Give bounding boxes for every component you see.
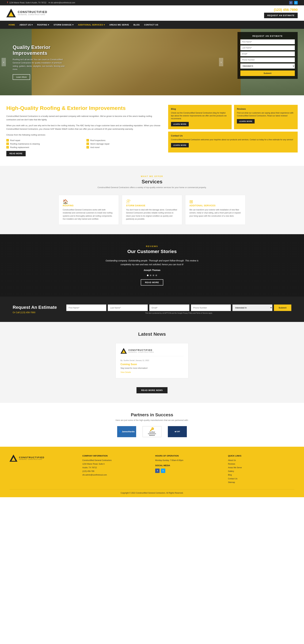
partner-gaf: ◆ GAF bbox=[168, 426, 187, 437]
blog-learn-more-btn[interactable]: LEARN MORE bbox=[171, 122, 189, 126]
partners-title: Partners in Success bbox=[6, 412, 298, 418]
footer-brand-sub: GENERAL CONSTRUCTORS bbox=[19, 459, 44, 460]
footer-company-heading: COMPANY INFORMATION bbox=[82, 454, 149, 457]
estimate-phone-input[interactable] bbox=[191, 304, 231, 311]
footer-twitter-icon[interactable]: t bbox=[161, 468, 165, 473]
footer-link-areas[interactable]: Areas We Serve bbox=[228, 466, 294, 469]
certified-label: 🔑 CertifiedContractorsNetwork bbox=[148, 427, 156, 436]
roofing-service-icon: 🏠 bbox=[63, 199, 115, 204]
site-footer: CONSTRUCTIFIED GENERAL CONSTRUCTORS COMP… bbox=[0, 447, 304, 497]
header-request-btn[interactable]: REQUEST AN ESTIMATE bbox=[264, 13, 298, 18]
roofing-service-desc: Constructified General Contractors works… bbox=[63, 208, 115, 220]
estimate-submit-btn[interactable]: Submit bbox=[274, 304, 291, 311]
hero-description: Roofing isn't all we do! You can count o… bbox=[13, 58, 66, 71]
email-icon: ✉ bbox=[48, 2, 50, 4]
twitter-icon[interactable]: t bbox=[294, 1, 298, 4]
nav-additional[interactable]: ADDITIONAL SERVICES ▾ bbox=[76, 21, 107, 29]
estimate-section-left: Request An Estimate Or Call (123) 456-78… bbox=[13, 305, 57, 314]
reviews-title: Our Customer Stories bbox=[6, 249, 298, 254]
facebook-icon[interactable]: f bbox=[289, 1, 292, 4]
footer-links-heading: QUICK LINKS bbox=[228, 454, 294, 457]
estimate-section-form: Interested In Submit This site is protec… bbox=[66, 304, 291, 314]
nav-about[interactable]: ABOUT US ▾ bbox=[17, 21, 35, 29]
hero-section: ‹ Quality Exterior Improvements Roofing … bbox=[0, 29, 304, 95]
nav-storm[interactable]: STORM DAMAGE ▾ bbox=[51, 21, 76, 29]
footer-company-phone: (123) 456-789 bbox=[82, 470, 149, 473]
review-dot-2[interactable] bbox=[150, 274, 151, 276]
blog-card-desc: Check out the Constructified General Con… bbox=[171, 112, 229, 120]
footer-link-sitemap[interactable]: Sitemap bbox=[228, 481, 294, 484]
additional-service-desc: We can transform your exterior with inst… bbox=[189, 208, 241, 218]
footer-hours-heading: HOURS OF OPERATION bbox=[155, 454, 222, 457]
hero-last-name-input[interactable] bbox=[240, 46, 295, 50]
estimate-email-input[interactable] bbox=[149, 304, 189, 311]
footer-link-gallery[interactable]: Gallery bbox=[228, 470, 294, 473]
estimate-interested-select[interactable]: Interested In bbox=[232, 304, 272, 311]
hero-submit-btn[interactable]: Submit bbox=[240, 70, 295, 76]
footer-brand-name: CONSTRUCTIFIED bbox=[19, 456, 44, 459]
hero-next-btn[interactable]: › bbox=[219, 58, 223, 66]
service-card-storm: ⛈ STORM DAMAGE You don't have to deal wi… bbox=[122, 195, 182, 225]
storm-service-icon: ⛈ bbox=[126, 199, 178, 204]
news-section: Latest News CONSTRUCTIFIED GENERAL CONST… bbox=[0, 322, 304, 403]
footer-link-contact[interactable]: Contact Us bbox=[228, 477, 294, 480]
roofing-read-more-btn[interactable]: READ MORE bbox=[6, 151, 26, 156]
service-item-3: ✓Roofing replacement bbox=[6, 146, 82, 148]
roofing-left: High-Quality Roofing & Exterior Improvem… bbox=[6, 105, 162, 156]
reviews-read-more-btn[interactable]: READ MORE bbox=[141, 279, 163, 286]
hero-email-input[interactable] bbox=[240, 52, 295, 56]
roofing-title: High-Quality Roofing & Exterior Improvem… bbox=[6, 105, 162, 111]
contact-card-desc: Constructified General Contractors welco… bbox=[171, 138, 295, 141]
review-dot-1[interactable] bbox=[147, 274, 148, 276]
footer-link-reviews[interactable]: Reviews bbox=[228, 462, 294, 466]
news-view-details-link[interactable]: View Details bbox=[120, 371, 131, 374]
news-logo-sub: GENERAL CONSTRUCTORS bbox=[128, 351, 154, 353]
services-list-right-ul: ✓Roof inspections ✓Storm damage repair ✓… bbox=[86, 139, 162, 148]
news-excerpt: Stay tuned for more information! bbox=[120, 367, 184, 369]
hero-cta-btn[interactable]: Learn More bbox=[13, 74, 30, 80]
nav-contact[interactable]: CONTACT US bbox=[142, 21, 160, 29]
reviews-learn-more-btn[interactable]: LEARN MORE bbox=[237, 119, 254, 124]
footer-link-about[interactable]: About Us bbox=[228, 459, 294, 462]
hero-content: Quality Exterior Improvements Roofing is… bbox=[0, 44, 79, 80]
estimate-first-name-input[interactable] bbox=[66, 304, 106, 311]
nav-roofing[interactable]: ROOFING ▾ bbox=[35, 21, 52, 29]
footer-company-city: Austin, TX 78722 bbox=[82, 466, 149, 469]
blog-card: Blog Check out the Constructified Genera… bbox=[168, 105, 232, 129]
estimate-recaptcha-text: This site is protected by reCAPTCHA and … bbox=[66, 312, 291, 314]
services-title: Services bbox=[6, 179, 298, 185]
contact-card-title: Contact Us bbox=[171, 134, 295, 137]
read-more-news-btn[interactable]: READ MORE NEWS bbox=[136, 387, 168, 393]
partners-section: Partners in Success Here are just some o… bbox=[0, 403, 304, 447]
copyright-text: Copyright © 2022 Constructified General … bbox=[121, 492, 183, 494]
footer-company-name: Constructified General Contractors bbox=[82, 459, 149, 462]
news-title: Latest News bbox=[6, 332, 298, 337]
jameshardie-label: 🟦 JamesHardie bbox=[119, 430, 135, 433]
review-dot-3[interactable] bbox=[153, 274, 154, 276]
review-quote: Outstanding company. Outstanding people.… bbox=[104, 259, 200, 266]
roofing-para1: Constructified General Contractors is a … bbox=[6, 114, 162, 122]
logo[interactable]: CONSTRUCTIFIED GENERAL CONSTRUCTORS bbox=[6, 9, 47, 18]
hero-interested-select[interactable]: Interested In bbox=[240, 64, 295, 68]
estimate-form-inline: Interested In Submit bbox=[66, 304, 291, 311]
footer-bottom: Copyright © 2022 Constructified General … bbox=[10, 489, 294, 494]
footer-facebook-icon[interactable]: f bbox=[155, 468, 160, 473]
logo-icon-wrapper bbox=[6, 9, 16, 18]
nav-blog[interactable]: BLOG bbox=[131, 21, 142, 29]
top-email: sfs-admin@surefirelocal.com bbox=[51, 2, 75, 4]
nav-areas[interactable]: AREAS WE SERVE bbox=[107, 21, 131, 29]
estimate-section-phone: Or Call (123) 456-7890 bbox=[13, 311, 57, 314]
service-card-roofing: 🏠 ROOFING Constructified General Contrac… bbox=[58, 195, 119, 225]
hero-estimate-panel: REQUEST AN ESTIMATE Interested In Submit bbox=[238, 32, 298, 79]
contact-learn-more-btn[interactable]: LEARN MORE bbox=[171, 143, 189, 148]
service-cards-container: 🏠 ROOFING Constructified General Contrac… bbox=[6, 195, 298, 225]
review-dot-4[interactable] bbox=[156, 274, 157, 276]
hero-phone-input[interactable] bbox=[240, 58, 295, 62]
header-phone[interactable]: (123) 456-7890 bbox=[264, 8, 298, 12]
hero-first-name-input[interactable] bbox=[240, 40, 295, 44]
estimate-last-name-input[interactable] bbox=[108, 304, 148, 311]
footer-hours-col: HOURS OF OPERATION Monday-Sunday: 7:00am… bbox=[155, 454, 222, 484]
footer-link-blog[interactable]: Blog bbox=[228, 474, 294, 476]
nav-home[interactable]: HOME bbox=[6, 21, 17, 29]
hero-prev-btn[interactable]: ‹ bbox=[2, 58, 6, 66]
